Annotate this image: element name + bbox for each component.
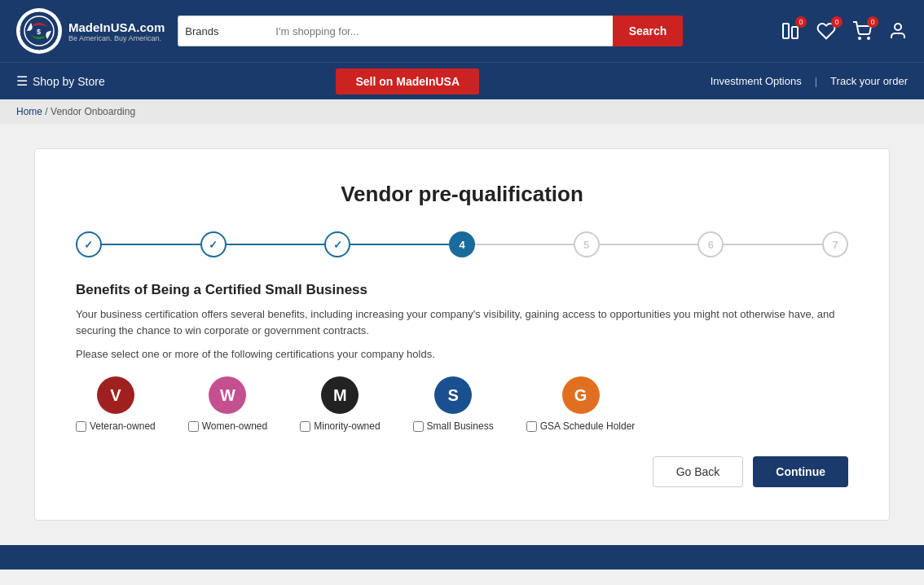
- svg-rect-4: [792, 27, 798, 38]
- logo-area[interactable]: $ MadeInUSA.com Be American. Buy America…: [16, 8, 165, 54]
- svg-text:$: $: [37, 28, 41, 36]
- cert-avatar-minority: M: [321, 376, 359, 414]
- cart-icon-button[interactable]: 0: [852, 21, 872, 41]
- logo-text: MadeInUSA.com Be American. Buy American.: [68, 20, 165, 42]
- cert-avatar-women: W: [209, 376, 246, 414]
- breadcrumb-current: Vendor Onboarding: [51, 106, 135, 117]
- select-prompt: Please select one or more of the followi…: [76, 348, 848, 360]
- continue-button[interactable]: Continue: [753, 456, 848, 487]
- sell-button[interactable]: Sell on MadeInUSA: [336, 68, 479, 95]
- cert-label-row-women: Women-owned: [188, 420, 267, 432]
- cert-checkbox-women[interactable]: [188, 421, 199, 432]
- svg-point-6: [868, 37, 869, 39]
- user-icon-button[interactable]: [888, 21, 908, 41]
- cert-checkbox-minority[interactable]: [300, 421, 310, 432]
- cert-avatar-small: S: [434, 376, 472, 414]
- hamburger-icon: ☰: [16, 73, 28, 89]
- cert-label-small: Small Business: [427, 420, 494, 432]
- cart-badge: 0: [867, 16, 878, 28]
- breadcrumb-separator: /: [45, 106, 47, 117]
- step-1: [76, 231, 102, 257]
- step-line-1: [102, 244, 200, 245]
- action-buttons: Go Back Continue: [76, 456, 848, 487]
- search-input[interactable]: [267, 15, 612, 46]
- wishlist-icon-button[interactable]: 0: [816, 21, 836, 41]
- wishlist-badge: 0: [831, 16, 843, 28]
- shop-by-store-label: Shop by Store: [33, 75, 105, 88]
- step-2: [200, 231, 227, 257]
- cert-label-veteran: Veteran-owned: [90, 420, 156, 432]
- track-order-link[interactable]: Track your order: [830, 75, 908, 87]
- cert-label-row-veteran: Veteran-owned: [76, 420, 156, 432]
- step-5: 5: [574, 231, 600, 257]
- steps-progress: 4 5 6 7: [76, 231, 848, 257]
- svg-point-5: [859, 37, 860, 39]
- nav-divider: |: [815, 75, 817, 87]
- site-footer: [0, 545, 924, 570]
- vendor-qualification-card: Vendor pre-qualification 4 5 6 7 Benef: [34, 148, 890, 521]
- step-line-6: [724, 244, 822, 245]
- step-3: [324, 231, 350, 257]
- cert-item-women: WWomen-owned: [188, 376, 267, 432]
- step-6: 6: [697, 231, 724, 257]
- cert-label-minority: Minority-owned: [314, 420, 380, 432]
- step-line-4: [475, 244, 574, 245]
- navigation-bar: ☰ Shop by Store Sell on MadeInUSA Invest…: [0, 62, 924, 99]
- header-icons: 0 0 0: [781, 21, 908, 41]
- shop-by-store-nav[interactable]: ☰ Shop by Store: [16, 73, 105, 89]
- cert-label-row-gsa: GSA Schedule Holder: [526, 420, 636, 432]
- cert-avatar-gsa: G: [562, 376, 600, 414]
- step-line-2: [227, 244, 325, 245]
- compare-icon-button[interactable]: 0: [781, 21, 800, 41]
- cert-label-gsa: GSA Schedule Holder: [540, 420, 636, 432]
- step-line-3: [350, 244, 449, 245]
- go-back-button[interactable]: Go Back: [653, 456, 744, 487]
- breadcrumb-home-link[interactable]: Home: [16, 106, 42, 117]
- cert-avatar-veteran: V: [97, 376, 134, 414]
- certifications-row: VVeteran-ownedWWomen-ownedMMinority-owne…: [76, 376, 848, 432]
- logo-image: $: [16, 8, 62, 54]
- cert-label-women: Women-owned: [202, 420, 267, 432]
- search-area: Brands Products Stores Search: [178, 15, 683, 46]
- svg-point-7: [895, 24, 901, 30]
- section-title: Benefits of Being a Certified Small Busi…: [76, 282, 848, 298]
- page-title: Vendor pre-qualification: [76, 182, 848, 207]
- cert-label-row-minority: Minority-owned: [300, 420, 380, 432]
- compare-badge: 0: [795, 16, 807, 28]
- step-4: 4: [449, 231, 475, 257]
- cert-item-small: SSmall Business: [413, 376, 494, 432]
- search-button[interactable]: Search: [613, 15, 684, 46]
- cert-item-minority: MMinority-owned: [300, 376, 380, 432]
- cert-checkbox-gsa[interactable]: [526, 421, 537, 432]
- investment-options-link[interactable]: Investment Options: [711, 75, 802, 87]
- site-header: $ MadeInUSA.com Be American. Buy America…: [0, 0, 924, 62]
- main-content: Vendor pre-qualification 4 5 6 7 Benef: [0, 124, 924, 545]
- nav-right-links: Investment Options | Track your order: [711, 75, 908, 87]
- cert-item-gsa: GGSA Schedule Holder: [526, 376, 636, 432]
- cert-checkbox-veteran[interactable]: [76, 421, 86, 432]
- search-category-dropdown[interactable]: Brands Products Stores: [178, 15, 267, 46]
- cert-label-row-small: Small Business: [413, 420, 494, 432]
- svg-rect-3: [783, 24, 789, 38]
- cert-checkbox-small[interactable]: [413, 421, 424, 432]
- section-description: Your business certification offers sever…: [76, 306, 848, 338]
- step-line-5: [600, 244, 698, 245]
- breadcrumb: Home / Vendor Onboarding: [0, 99, 924, 124]
- cert-item-veteran: VVeteran-owned: [76, 376, 156, 432]
- step-7: 7: [822, 231, 848, 257]
